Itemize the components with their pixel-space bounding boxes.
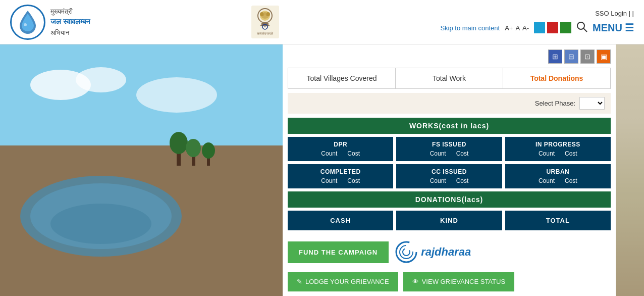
stats-tabs: Total Villages Covered Total Work Total … <box>288 68 611 89</box>
grievance-buttons: ✎ LODGE YOUR GRIEVANCE 👁 VIEW GRIEVANCE … <box>288 272 611 291</box>
work-card-fs-issued: FS ISSUED Count Cost <box>396 137 502 161</box>
menu-label: MENU <box>593 22 622 34</box>
donation-kind: KIND <box>396 211 502 230</box>
font-increase[interactable]: A+ <box>505 24 513 32</box>
fund-campaign-button[interactable]: FUND THE CAMPAIGN <box>288 241 389 263</box>
svg-point-29 <box>50 204 151 244</box>
svg-point-10 <box>263 12 266 15</box>
logo-line1: मुख्यमंत्री <box>50 7 90 17</box>
header-controls: Skip to main content A+ A A- MENU ☰ <box>440 21 634 35</box>
tab-villages[interactable]: Total Villages Covered <box>288 68 396 88</box>
svg-point-31 <box>400 245 413 259</box>
tab-donations[interactable]: Total Donations <box>503 68 610 88</box>
svg-text:सत्यमेव जयते: सत्यमेव जयते <box>256 31 274 35</box>
menu-button[interactable]: MENU ☰ <box>593 22 634 34</box>
view-switcher: ⊞ ⊟ ⊡ ▣ <box>288 50 611 64</box>
phase-label: Select Phase: <box>535 100 575 107</box>
logo-circle <box>10 5 45 40</box>
sso-login: SSO Login | | <box>595 10 634 17</box>
svg-point-9 <box>266 12 270 16</box>
brand-name: rajdharaa <box>421 245 471 259</box>
svg-line-14 <box>583 28 587 32</box>
main-panel: ⊞ ⊟ ⊡ ▣ Total Villages Covered Total Wor… <box>283 44 616 296</box>
national-emblem: सत्यमेव जयते <box>250 5 281 40</box>
svg-point-8 <box>260 12 264 16</box>
svg-rect-5 <box>260 25 270 26</box>
work-card-cc-issued: CC ISSUED Count Cost <box>396 164 502 188</box>
view-btn-2[interactable]: ⊟ <box>564 50 578 64</box>
logo-area: मुख्यमंत्री जल स्वावलम्बन अभियान <box>10 5 90 40</box>
works-section-header: WORKS(cost in lacs) <box>288 118 611 134</box>
logo-main-title: जल स्वावलम्बन <box>50 16 90 28</box>
svg-point-18 <box>76 67 126 92</box>
color-red[interactable] <box>547 22 558 33</box>
site-header: मुख्यमंत्री जल स्वावलम्बन अभियान सत्यमेव… <box>0 0 644 44</box>
search-icon[interactable] <box>576 21 587 35</box>
eye-icon: 👁 <box>412 278 419 285</box>
svg-point-12 <box>264 26 265 27</box>
header-center: सत्यमेव जयते <box>90 5 440 40</box>
donation-cash: CASH <box>288 211 393 230</box>
svg-point-26 <box>186 139 201 157</box>
svg-point-19 <box>136 77 217 113</box>
lodge-grievance-button[interactable]: ✎ LODGE YOUR GRIEVANCE <box>288 272 398 291</box>
work-card-in-progress: IN PROGRESS Count Cost <box>505 137 611 161</box>
hamburger-icon: ☰ <box>625 22 634 34</box>
svg-point-13 <box>577 22 584 29</box>
background-image-left <box>0 44 283 296</box>
view-btn-4[interactable]: ▣ <box>597 50 611 64</box>
donations-grid: CASH KIND TOTAL <box>288 211 611 230</box>
header-right: SSO Login | | Skip to main content A+ A … <box>440 10 634 35</box>
work-card-completed: COMPLETED Count Cost <box>288 164 393 188</box>
skip-main-content-link[interactable]: Skip to main content <box>440 24 500 32</box>
view-btn-3[interactable]: ⊡ <box>580 50 595 64</box>
logo-line3: अभियान <box>50 28 90 38</box>
brand-logo: rajdharaa <box>394 239 471 265</box>
view-btn-1[interactable]: ⊞ <box>548 50 562 64</box>
phase-selector: Select Phase: <box>288 93 611 114</box>
works-grid: DPR Count Cost FS ISSUED Count Cost IN P… <box>288 137 611 188</box>
svg-point-28 <box>202 142 215 159</box>
tab-work[interactable]: Total Work <box>396 68 503 88</box>
svg-point-24 <box>170 132 188 154</box>
color-green[interactable] <box>560 22 571 33</box>
work-card-dpr: DPR Count Cost <box>288 137 393 161</box>
phase-dropdown[interactable] <box>579 97 605 110</box>
view-grievance-button[interactable]: 👁 VIEW GRIEVANCE STATUS <box>403 272 514 291</box>
font-normal[interactable]: A <box>515 24 520 32</box>
font-size-controls: A+ A A- <box>505 24 529 32</box>
svg-point-0 <box>24 23 27 26</box>
donations-section-header: DONATIONS(lacs) <box>288 191 611 208</box>
svg-point-32 <box>403 249 410 256</box>
font-decrease[interactable]: A- <box>522 24 529 32</box>
donation-total: TOTAL <box>505 211 611 230</box>
logo-text: मुख्यमंत्री जल स्वावलम्बन अभियान <box>50 7 90 38</box>
work-card-urban: URBAN Count Cost <box>505 164 611 188</box>
color-scheme-controls <box>534 22 571 33</box>
bottom-buttons: FUND THE CAMPAIGN rajdharaa <box>288 235 611 269</box>
color-blue[interactable] <box>534 22 545 33</box>
edit-icon: ✎ <box>297 278 302 285</box>
